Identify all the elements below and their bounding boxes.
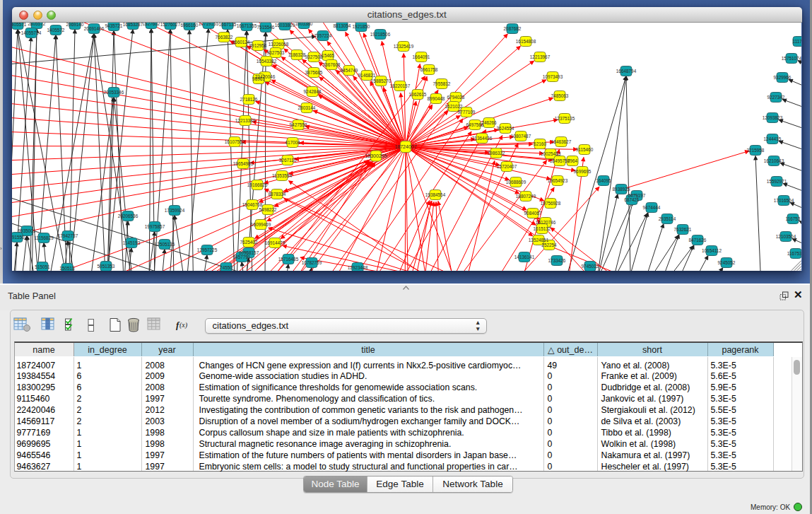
svg-text:1405571: 1405571	[12, 23, 27, 27]
svg-text:13226058: 13226058	[269, 42, 289, 47]
svg-text:9327503: 9327503	[267, 50, 285, 55]
svg-text:6497568: 6497568	[466, 122, 484, 127]
svg-text:7986322: 7986322	[488, 151, 505, 156]
svg-text:7964: 7964	[567, 158, 578, 163]
svg-text:3215958: 3215958	[747, 148, 765, 153]
svg-text:15885270: 15885270	[371, 78, 392, 83]
svg-text:16671355: 16671355	[237, 23, 257, 28]
svg-text:17942737: 17942737	[58, 233, 78, 238]
svg-text:15046768: 15046768	[242, 202, 263, 207]
svg-text:9699695: 9699695	[574, 169, 592, 174]
svg-text:16033809: 16033809	[275, 23, 295, 28]
svg-text:1621022: 1621022	[445, 104, 463, 109]
svg-text:16210643: 16210643	[764, 158, 784, 163]
svg-text:17359924: 17359924	[165, 208, 185, 213]
svg-text:9242848: 9242848	[304, 89, 322, 94]
svg-text:8471626: 8471626	[689, 238, 707, 243]
svg-text:2718126: 2718126	[240, 97, 258, 102]
svg-text:18220157: 18220157	[390, 83, 411, 88]
svg-text:1167534: 1167534	[787, 251, 801, 256]
svg-text:2935114: 2935114	[659, 216, 676, 221]
svg-text:1667135: 1667135	[219, 23, 237, 27]
svg-text:8938925: 8938925	[613, 187, 630, 192]
svg-text:7357224: 7357224	[314, 33, 332, 38]
svg-text:20206536: 20206536	[118, 214, 139, 218]
svg-text:18463627: 18463627	[551, 139, 572, 144]
svg-text:16543382: 16543382	[257, 59, 277, 64]
svg-text:10719155: 10719155	[199, 23, 219, 26]
svg-text:16853287: 16853287	[123, 23, 143, 27]
svg-text:7955812: 7955812	[433, 81, 451, 86]
svg-text:8878334: 8878334	[269, 192, 286, 197]
svg-text:9457791: 9457791	[233, 255, 251, 259]
svg-text:14136141: 14136141	[514, 255, 535, 259]
svg-text:18300295: 18300295	[365, 153, 387, 158]
svg-text:9435721: 9435721	[105, 23, 123, 28]
svg-text:3624554: 3624554	[497, 126, 514, 131]
svg-text:19975857: 19975857	[145, 224, 165, 229]
svg-text:6966160: 6966160	[181, 23, 199, 28]
svg-text:164095: 164095	[596, 178, 611, 183]
svg-text:9329966: 9329966	[774, 75, 792, 80]
svg-text:18724007: 18724007	[394, 144, 416, 149]
svg-text:12103504: 12103504	[776, 234, 796, 239]
svg-text:687421: 687421	[624, 197, 640, 202]
svg-text:6794028: 6794028	[447, 95, 465, 100]
svg-text:8912954: 8912954	[249, 43, 267, 48]
svg-text:12213389: 12213389	[235, 118, 256, 123]
svg-text:2805572: 2805572	[28, 23, 46, 26]
svg-text:150513: 150513	[59, 266, 75, 271]
svg-text:9474444: 9474444	[643, 205, 661, 210]
svg-text:16782759: 16782759	[302, 260, 322, 265]
svg-text:9427552: 9427552	[290, 122, 307, 127]
svg-text:515051: 515051	[35, 264, 50, 269]
svg-text:10654112: 10654112	[702, 248, 722, 253]
svg-text:1527602: 1527602	[143, 23, 160, 26]
svg-text:2803144: 2803144	[298, 105, 316, 110]
svg-text:20691406: 20691406	[84, 26, 105, 31]
svg-text:1145193: 1145193	[123, 240, 141, 245]
svg-text:9777109: 9777109	[458, 110, 476, 115]
svg-text:1244415: 1244415	[764, 136, 782, 141]
svg-text:13524851: 13524851	[529, 238, 549, 243]
svg-text:19654923: 19654923	[548, 178, 568, 183]
svg-text:1664091: 1664091	[413, 54, 430, 59]
svg-text:15716485: 15716485	[278, 257, 299, 262]
svg-text:12213967: 12213967	[530, 54, 551, 59]
svg-text:21364436: 21364436	[472, 136, 493, 141]
svg-text:10973493: 10973493	[543, 74, 563, 79]
svg-text:7632621: 7632621	[674, 227, 692, 232]
svg-text:1186328: 1186328	[288, 52, 306, 57]
svg-text:9115460: 9115460	[576, 147, 594, 152]
svg-text:98961: 98961	[252, 76, 265, 81]
svg-text:9935001: 9935001	[18, 228, 36, 233]
svg-text:15751074: 15751074	[782, 56, 801, 61]
svg-text:9327508: 9327508	[305, 54, 323, 59]
svg-text:2069140: 2069140	[66, 23, 84, 27]
svg-text:12923448: 12923448	[348, 265, 368, 270]
svg-text:19218506: 19218506	[370, 32, 391, 37]
svg-text:1733426: 1733426	[548, 258, 566, 263]
svg-text:5051353: 5051353	[98, 264, 115, 269]
svg-text:9245052: 9245052	[718, 260, 736, 265]
svg-text:2367608: 2367608	[323, 62, 341, 67]
svg-text:8813054: 8813054	[334, 23, 351, 28]
svg-text:19654985: 19654985	[233, 161, 254, 166]
svg-text:8990448: 8990448	[428, 96, 445, 101]
svg-text:11171: 11171	[793, 39, 801, 44]
svg-text:10688609: 10688609	[506, 180, 526, 185]
svg-text:18807249: 18807249	[516, 194, 536, 199]
svg-text:1362615: 1362615	[409, 92, 427, 97]
svg-text:417004: 417004	[285, 140, 300, 145]
svg-text:11353594: 11353594	[272, 173, 292, 178]
svg-text:74550: 74550	[220, 265, 233, 270]
svg-text:12505135: 12505135	[155, 242, 175, 247]
svg-text:3267110: 3267110	[279, 158, 297, 163]
svg-text:1003380: 1003380	[295, 23, 313, 26]
svg-text:6961758: 6961758	[420, 67, 438, 72]
svg-text:9146821: 9146821	[358, 73, 376, 78]
svg-text:1921850: 1921850	[353, 24, 370, 29]
svg-text:15720407: 15720407	[497, 164, 517, 169]
svg-text:3875685: 3875685	[305, 70, 323, 75]
svg-text:15592971: 15592971	[767, 179, 787, 184]
